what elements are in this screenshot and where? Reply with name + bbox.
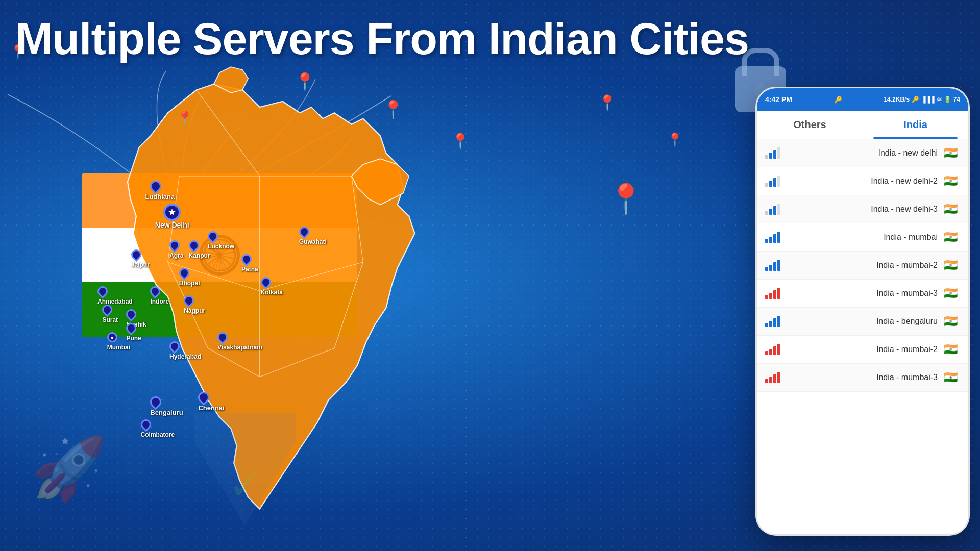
flag-icon: 🇮🇳 bbox=[944, 315, 960, 328]
wifi-icon: ≋ bbox=[937, 96, 942, 103]
server-item[interactable]: India - new delhi-3 🇮🇳 bbox=[757, 195, 968, 223]
city-kolkata: Kolkata bbox=[261, 277, 283, 296]
city-visakhapatnam: Visakhapatnam bbox=[217, 332, 262, 352]
city-surat: Surat bbox=[102, 305, 118, 324]
flag-icon: 🇮🇳 bbox=[944, 203, 960, 216]
city-bhopal: Bhopal bbox=[179, 268, 200, 287]
signal-icon: 🔑 bbox=[912, 96, 919, 103]
network-bars: ▐▐▐ bbox=[921, 96, 935, 103]
city-lucknow: Lucknow bbox=[208, 231, 234, 251]
city-patna: Patna bbox=[241, 254, 258, 273]
server-item[interactable]: India - mumbai-2 🇮🇳 bbox=[757, 252, 968, 280]
city-ludhiana: Ludhiana bbox=[150, 181, 175, 201]
city-pune: Pune bbox=[126, 323, 141, 342]
server-item[interactable]: India - mumbai 🇮🇳 bbox=[757, 223, 968, 252]
city-new-delhi: ★ New Delhi bbox=[155, 204, 189, 229]
signal-bars bbox=[765, 288, 783, 299]
city-chennai: Chennai bbox=[198, 392, 224, 412]
status-bar: 4:42 PM 🔑 14.2KB/s 🔑 ▐▐▐ ≋ 🔋 74 bbox=[757, 88, 968, 111]
world-pin-2: 📍 bbox=[598, 94, 617, 112]
battery-icon: 🔋 bbox=[944, 96, 951, 103]
city-nagpur: Nagpur bbox=[184, 295, 205, 315]
city-hyderabad: Hyderabad bbox=[169, 341, 201, 361]
city-jaipur: Jaipur bbox=[131, 249, 150, 269]
flag-icon: 🇮🇳 bbox=[944, 343, 960, 356]
server-item[interactable]: India - mumbai-3 🇮🇳 bbox=[757, 280, 968, 308]
city-agra: Agra bbox=[169, 240, 183, 260]
server-name: India - mumbai bbox=[790, 233, 938, 242]
city-kanpur: Kanpur bbox=[189, 240, 210, 260]
server-name: India - new delhi-2 bbox=[790, 177, 938, 186]
signal-bars bbox=[765, 372, 783, 383]
server-item[interactable]: India - bengaluru 🇮🇳 bbox=[757, 308, 968, 336]
world-pin-main: 📍 bbox=[607, 182, 644, 216]
status-icon-key: 🔑 bbox=[834, 96, 842, 104]
city-indore: Indore bbox=[150, 286, 169, 306]
tab-india[interactable]: India bbox=[863, 111, 968, 139]
rocket-decoration: 🚀 bbox=[31, 433, 107, 505]
signal-bars bbox=[765, 232, 783, 243]
server-name: India - mumbai-3 bbox=[790, 373, 938, 382]
server-list[interactable]: India - new delhi 🇮🇳 India - new delhi-2… bbox=[757, 139, 968, 532]
flag-icon: 🇮🇳 bbox=[944, 174, 960, 188]
server-name: India - mumbai-2 bbox=[790, 261, 938, 270]
signal-bars bbox=[765, 204, 783, 215]
flag-icon: 🇮🇳 bbox=[944, 371, 960, 384]
flag-icon: 🇮🇳 bbox=[944, 259, 960, 272]
city-coimbatore: Coimbatore bbox=[141, 419, 175, 439]
signal-bars bbox=[765, 147, 783, 159]
world-pin-5: 📍 bbox=[667, 132, 683, 148]
server-name: India - new delhi-3 bbox=[790, 205, 938, 214]
server-name: India - mumbai-2 bbox=[790, 345, 938, 354]
flag-icon: 🇮🇳 bbox=[944, 231, 960, 244]
signal-bars bbox=[765, 344, 783, 355]
world-pin-3: 📍 bbox=[382, 99, 404, 119]
shield-decoration: ✓ bbox=[194, 413, 296, 525]
server-item[interactable]: India - new delhi 🇮🇳 bbox=[757, 139, 968, 167]
world-pin-1: 📍 bbox=[294, 71, 315, 92]
server-name: India - new delhi bbox=[790, 148, 938, 158]
city-ahmedabad: Ahmedabad bbox=[97, 286, 133, 306]
signal-bars bbox=[765, 316, 783, 327]
flag-icon: 🇮🇳 bbox=[944, 287, 960, 300]
status-time: 4:42 PM bbox=[765, 95, 792, 104]
server-name: India - mumbai-3 bbox=[790, 289, 938, 298]
server-item[interactable]: India - new delhi-2 🇮🇳 bbox=[757, 167, 968, 195]
tab-others[interactable]: Others bbox=[757, 111, 863, 139]
server-item[interactable]: India - mumbai-2 🇮🇳 bbox=[757, 336, 968, 364]
server-item[interactable]: India - mumbai-3 🇮🇳 bbox=[757, 364, 968, 392]
page-title: Multiple Servers From Indian Cities bbox=[15, 15, 749, 62]
signal-bars bbox=[765, 176, 783, 187]
flag-icon: 🇮🇳 bbox=[944, 146, 960, 160]
battery-level: 74 bbox=[953, 96, 960, 103]
status-icons: 14.2KB/s 🔑 ▐▐▐ ≋ 🔋 74 bbox=[884, 96, 960, 103]
speed-indicator: 14.2KB/s bbox=[884, 96, 910, 103]
world-pin-4: 📍 bbox=[451, 132, 470, 150]
world-pin-7: 📍 bbox=[177, 110, 193, 126]
tab-bar: Others India bbox=[757, 111, 968, 139]
city-bengaluru: Bengaluru bbox=[150, 396, 183, 417]
phone-mockup: 4:42 PM 🔑 14.2KB/s 🔑 ▐▐▐ ≋ 🔋 74 Others I… bbox=[755, 87, 970, 536]
signal-bars bbox=[765, 260, 783, 271]
server-name: India - bengaluru bbox=[790, 317, 938, 326]
city-guwahati: Guwahati bbox=[299, 227, 327, 246]
